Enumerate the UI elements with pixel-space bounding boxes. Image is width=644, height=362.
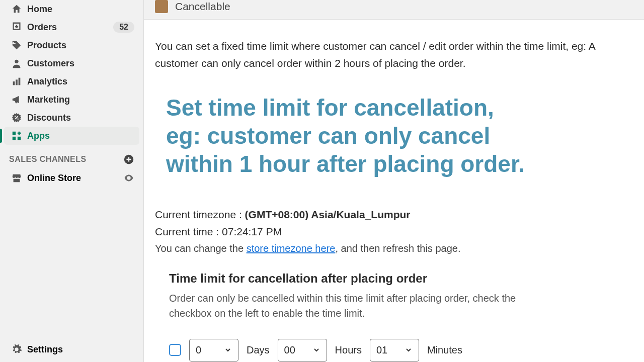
intro-text: You can set a fixed time limit where cus… — [155, 38, 633, 71]
sidebar-item-products[interactable]: Products — [4, 36, 139, 54]
svg-rect-4 — [19, 78, 21, 85]
channel-label: Online Store — [27, 173, 123, 184]
sidebar-item-label: Marketing — [27, 95, 134, 105]
sidebar: Home Orders 52 Products Customers — [0, 0, 143, 362]
sidebar-item-home[interactable]: Home — [4, 0, 139, 18]
view-store-icon[interactable] — [123, 172, 134, 184]
channel-online-store[interactable]: Online Store — [4, 169, 139, 187]
nav: Home Orders 52 Products Customers — [4, 0, 139, 145]
minutes-value: 01 — [376, 344, 395, 356]
timezone-help: You can change the store timezone here, … — [155, 243, 633, 254]
orders-badge: 52 — [113, 22, 134, 33]
minutes-select[interactable]: 01 — [370, 339, 419, 361]
svg-rect-7 — [13, 132, 16, 135]
channels-header: SALES CHANNELS — [4, 145, 139, 169]
section-title: Time limit for cancellation after placin… — [169, 272, 633, 286]
svg-point-6 — [18, 119, 19, 120]
orders-icon — [9, 22, 24, 33]
main: Cancellable You can set a fixed time lim… — [143, 0, 644, 362]
marketing-icon — [9, 94, 24, 105]
settings-label: Settings — [27, 344, 63, 355]
sidebar-item-label: Customers — [27, 58, 134, 69]
tz-help-pre: You can change the — [155, 243, 247, 254]
timezone-value: (GMT+08:00) Asia/Kuala_Lumpur — [245, 209, 411, 220]
time-label: Current time : — [155, 226, 222, 237]
svg-rect-9 — [13, 137, 16, 140]
days-unit: Days — [247, 344, 270, 356]
hero-heading: Set time limit for cancellation, eg: cus… — [166, 94, 633, 178]
gear-icon — [9, 344, 24, 355]
sidebar-item-label: Products — [27, 40, 134, 51]
time-limit-section: Time limit for cancellation after placin… — [169, 272, 633, 361]
days-select[interactable]: 0 — [189, 339, 238, 361]
hero-line: eg: customer can only cancel — [166, 123, 490, 149]
svg-rect-3 — [16, 79, 18, 85]
sidebar-item-marketing[interactable]: Marketing — [4, 90, 139, 109]
sidebar-item-label: Home — [27, 4, 134, 15]
add-channel-icon[interactable] — [123, 154, 134, 165]
sidebar-item-apps[interactable]: Apps — [4, 127, 139, 145]
svg-rect-2 — [13, 81, 15, 85]
minutes-unit: Minutes — [427, 344, 462, 356]
sidebar-item-orders[interactable]: Orders 52 — [4, 18, 139, 36]
timezone-label: Current timezone : — [155, 209, 245, 220]
home-icon — [9, 4, 24, 15]
chevron-down-icon — [224, 346, 232, 354]
app-header: Cancellable — [144, 0, 644, 20]
customers-icon — [9, 58, 24, 69]
sidebar-item-customers[interactable]: Customers — [4, 54, 139, 72]
hours-value: 00 — [284, 344, 303, 356]
days-value: 0 — [196, 344, 215, 356]
time-value: 07:24:17 PM — [222, 226, 282, 237]
sidebar-item-label: Analytics — [27, 76, 134, 87]
sidebar-item-discounts[interactable]: Discounts — [4, 109, 139, 127]
store-icon — [9, 172, 24, 184]
enable-time-limit-checkbox[interactable] — [169, 344, 181, 356]
sidebar-item-label: Discounts — [27, 113, 134, 123]
store-timezone-link[interactable]: store timezone here — [247, 243, 336, 254]
sidebar-item-label: Orders — [27, 22, 113, 33]
app-title: Cancellable — [175, 1, 230, 13]
apps-icon — [9, 130, 24, 141]
hours-unit: Hours — [335, 344, 362, 356]
products-icon — [9, 40, 24, 51]
discounts-icon — [9, 112, 24, 123]
section-desc: Order can only be cancelled within this … — [169, 291, 551, 321]
hero-line: Set time limit for cancellation, — [166, 95, 494, 121]
hero-line: within 1 hour after placing order. — [166, 151, 525, 177]
time-limit-controls: 0 Days 00 Hours 01 Minutes — [169, 339, 633, 361]
time-line: Current time : 07:24:17 PM — [155, 226, 633, 238]
sidebar-item-settings[interactable]: Settings — [4, 339, 139, 360]
tz-help-post: , and then refresh this page. — [335, 243, 460, 254]
sidebar-item-label: Apps — [27, 131, 134, 141]
svg-point-1 — [15, 60, 18, 63]
svg-point-11 — [128, 177, 130, 179]
svg-point-5 — [15, 116, 16, 117]
chevron-down-icon — [405, 346, 413, 354]
chevron-down-icon — [312, 346, 320, 354]
svg-point-0 — [14, 43, 16, 44]
svg-rect-8 — [18, 137, 21, 140]
analytics-icon — [9, 76, 24, 87]
timezone-line: Current timezone : (GMT+08:00) Asia/Kual… — [155, 209, 633, 221]
channels-header-label: SALES CHANNELS — [9, 155, 87, 164]
sidebar-item-analytics[interactable]: Analytics — [4, 72, 139, 90]
hours-select[interactable]: 00 — [278, 339, 327, 361]
app-icon — [155, 0, 168, 13]
